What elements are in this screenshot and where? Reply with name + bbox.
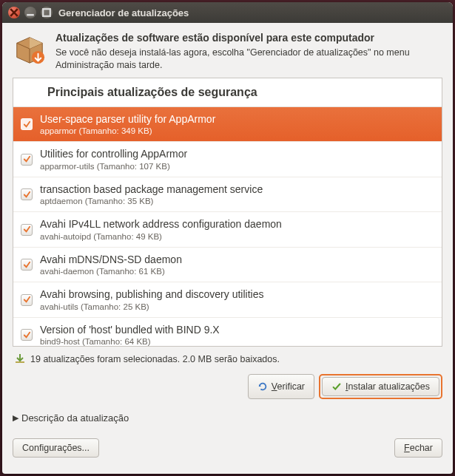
update-text: Version of 'host' bundled with BIND 9.Xb… (40, 324, 436, 347)
list-section-header: Principais atualizações de segurança (13, 78, 442, 107)
check-button[interactable]: Verificar (248, 374, 314, 399)
svg-rect-0 (43, 9, 50, 16)
update-text: Utilities for controlling AppArmorapparm… (40, 148, 436, 171)
update-title: Avahi mDNS/DNS-SD daemon (40, 254, 436, 267)
header-text: Atualizações de software estão disponíve… (55, 32, 442, 72)
footer-buttons: Configurações... Fechar (13, 438, 442, 458)
close-button[interactable]: Fechar (394, 438, 442, 458)
update-checkbox[interactable] (21, 294, 33, 306)
install-button-label: Instalar atualizações (346, 381, 430, 392)
download-icon (14, 353, 26, 367)
update-row[interactable]: User-space parser utility for AppArmorap… (13, 107, 442, 143)
update-title: User-space parser utility for AppArmor (40, 113, 436, 126)
maximize-window-button[interactable] (41, 7, 53, 18)
minimize-window-button[interactable] (24, 7, 36, 18)
maximize-icon (41, 7, 53, 18)
update-text: Avahi mDNS/DNS-SD daemonavahi-daemon (Ta… (40, 254, 436, 276)
update-subtitle: apparmor-utils (Tamanho: 107 KB) (40, 162, 436, 171)
update-row[interactable]: Avahi IPv4LL network address configurati… (13, 212, 442, 248)
window-controls (8, 7, 53, 18)
update-title: Avahi IPv4LL network address configurati… (40, 218, 436, 231)
header: Atualizações de software estão disponíve… (13, 32, 442, 72)
expander-label: Descrição da atualização (21, 412, 129, 424)
header-heading: Atualizações de software estão disponíve… (55, 32, 442, 44)
status-text: 19 atualizações foram selecionadas. 2.0 … (30, 354, 280, 364)
window-title: Gerenciador de atualizações (58, 7, 189, 18)
minimize-icon (24, 7, 36, 18)
package-icon (13, 32, 47, 69)
close-button-label: Fechar (404, 443, 433, 453)
update-row[interactable]: Avahi mDNS/DNS-SD daemonavahi-daemon (Ta… (13, 248, 442, 283)
settings-button[interactable]: Configurações... (13, 438, 99, 458)
install-button[interactable]: Instalar atualizações (322, 377, 439, 396)
update-title: Version of 'host' bundled with BIND 9.X (40, 324, 436, 337)
check-button-label: Verificar (272, 381, 305, 392)
update-subtitle: aptdaemon (Tamanho: 35 KB) (40, 197, 436, 205)
update-checkbox[interactable] (21, 259, 33, 271)
update-subtitle: avahi-utils (Tamanho: 25 KB) (40, 302, 436, 311)
updates-list[interactable]: Principais atualizações de segurança Use… (13, 78, 442, 347)
update-checkbox[interactable] (21, 224, 33, 236)
update-text: Avahi IPv4LL network address configurati… (40, 218, 436, 241)
description-expander[interactable]: ▶ Descrição da atualização (13, 412, 442, 424)
install-button-highlight: Instalar atualizações (319, 374, 442, 399)
update-manager-window: Gerenciador de atualizações Atualizações… (2, 2, 453, 474)
update-text: Avahi browsing, publishing and discovery… (40, 288, 436, 311)
update-row[interactable]: Utilities for controlling AppArmorapparm… (13, 142, 442, 177)
update-text: transaction based package management ser… (40, 183, 436, 206)
expander-triangle-icon: ▶ (13, 413, 18, 423)
header-description: Se você não deseja instalá-las agora, es… (55, 47, 442, 72)
update-subtitle: avahi-autoipd (Tamanho: 49 KB) (40, 232, 436, 241)
refresh-icon (257, 381, 268, 392)
update-checkbox[interactable] (21, 118, 33, 130)
update-row[interactable]: transaction based package management ser… (13, 177, 442, 213)
close-window-button[interactable] (8, 7, 20, 18)
apply-icon (331, 381, 342, 392)
update-title: Utilities for controlling AppArmor (40, 148, 436, 161)
update-subtitle: bind9-host (Tamanho: 64 KB) (40, 337, 436, 346)
titlebar[interactable]: Gerenciador de atualizações (2, 2, 453, 23)
status-row: 19 atualizações foram selecionadas. 2.0 … (13, 353, 442, 367)
content-area: Atualizações de software estão disponíve… (2, 23, 453, 474)
update-row[interactable]: Version of 'host' bundled with BIND 9.Xb… (13, 318, 442, 347)
update-checkbox[interactable] (21, 188, 33, 200)
update-row[interactable]: Avahi browsing, publishing and discovery… (13, 282, 442, 318)
close-icon (8, 7, 20, 18)
update-text: User-space parser utility for AppArmorap… (40, 113, 436, 136)
update-title: transaction based package management ser… (40, 183, 436, 197)
update-subtitle: avahi-daemon (Tamanho: 61 KB) (40, 267, 436, 276)
update-subtitle: apparmor (Tamanho: 349 KB) (40, 126, 436, 135)
update-checkbox[interactable] (21, 154, 33, 166)
action-buttons: Verificar Instalar atualizações (13, 374, 442, 399)
update-checkbox[interactable] (21, 329, 33, 341)
update-title: Avahi browsing, publishing and discovery… (40, 288, 436, 302)
